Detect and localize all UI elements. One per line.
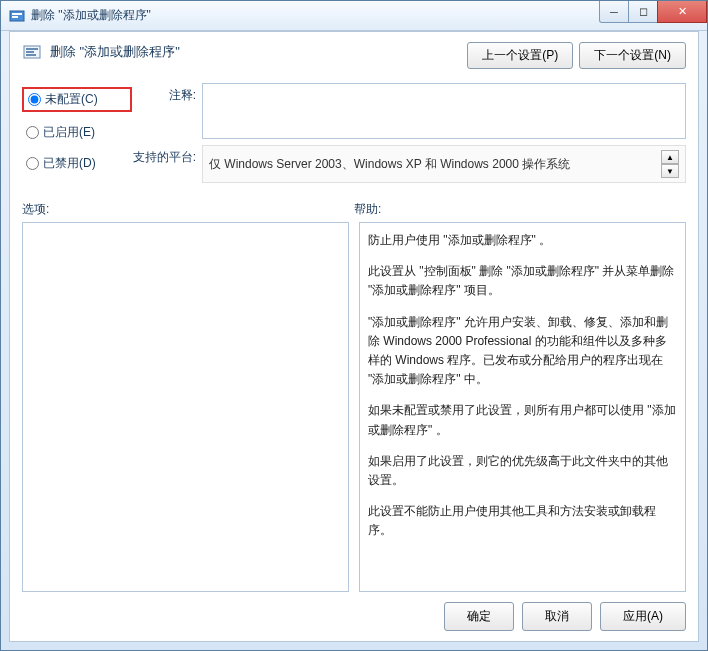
help-label: 帮助: <box>354 201 381 218</box>
next-setting-button[interactable]: 下一个设置(N) <box>579 42 686 69</box>
nav-buttons: 上一个设置(P) 下一个设置(N) <box>467 42 686 69</box>
ok-button[interactable]: 确定 <box>444 602 514 631</box>
maximize-button[interactable]: ◻ <box>628 1 658 23</box>
platform-label: 支持的平台: <box>132 145 202 166</box>
dialog-window: 删除 "添加或删除程序" ─ ◻ ✕ 删除 "添加或删除程序" 上一个设置(P)… <box>0 0 708 651</box>
window-controls: ─ ◻ ✕ <box>600 1 707 30</box>
help-panel: 防止用户使用 "添加或删除程序" 。 此设置从 "控制面板" 删除 "添加或删除… <box>359 222 686 592</box>
svg-rect-6 <box>26 54 36 56</box>
radio-enabled-input[interactable] <box>26 126 39 139</box>
comment-field: 注释: <box>132 83 686 139</box>
svg-rect-5 <box>26 51 34 53</box>
titlebar: 删除 "添加或删除程序" ─ ◻ ✕ <box>1 1 707 31</box>
svg-rect-2 <box>12 16 18 18</box>
help-paragraph: 防止用户使用 "添加或删除程序" 。 <box>368 231 677 250</box>
help-paragraph: 此设置从 "控制面板" 删除 "添加或删除程序" 并从菜单删除 "添加或删除程序… <box>368 262 677 300</box>
options-panel <box>22 222 349 592</box>
close-button[interactable]: ✕ <box>657 1 707 23</box>
section-labels: 选项: 帮助: <box>22 201 686 218</box>
platform-down-button[interactable]: ▼ <box>661 164 679 178</box>
platform-box: 仅 Windows Server 2003、Windows XP 和 Windo… <box>202 145 686 183</box>
page-title: 删除 "添加或删除程序" <box>50 43 180 61</box>
window-title: 删除 "添加或删除程序" <box>31 7 600 24</box>
dialog-content: 删除 "添加或删除程序" 上一个设置(P) 下一个设置(N) 未配置(C) 已启… <box>9 31 699 642</box>
radio-disabled-input[interactable] <box>26 157 39 170</box>
radio-not-configured[interactable]: 未配置(C) <box>22 87 132 112</box>
policy-icon <box>22 42 42 62</box>
cancel-button[interactable]: 取消 <box>522 602 592 631</box>
radio-disabled-label: 已禁用(D) <box>43 155 96 172</box>
fields: 注释: 支持的平台: 仅 Windows Server 2003、Windows… <box>132 83 686 183</box>
help-paragraph: 此设置不能防止用户使用其他工具和方法安装或卸载程序。 <box>368 502 677 540</box>
help-paragraph: 如果未配置或禁用了此设置，则所有用户都可以使用 "添加或删除程序" 。 <box>368 401 677 439</box>
comment-input[interactable] <box>202 83 686 139</box>
radio-enabled[interactable]: 已启用(E) <box>22 122 132 143</box>
platform-text: 仅 Windows Server 2003、Windows XP 和 Windo… <box>209 156 661 173</box>
radio-enabled-label: 已启用(E) <box>43 124 95 141</box>
previous-setting-button[interactable]: 上一个设置(P) <box>467 42 573 69</box>
help-paragraph: "添加或删除程序" 允许用户安装、卸载、修复、添加和删除 Windows 200… <box>368 313 677 390</box>
header-left: 删除 "添加或删除程序" <box>22 42 467 62</box>
config-row: 未配置(C) 已启用(E) 已禁用(D) 注释: 支持的平台: <box>22 83 686 183</box>
panels-row: 防止用户使用 "添加或删除程序" 。 此设置从 "控制面板" 删除 "添加或删除… <box>22 222 686 592</box>
help-paragraph: 如果启用了此设置，则它的优先级高于此文件夹中的其他设置。 <box>368 452 677 490</box>
radio-disabled[interactable]: 已禁用(D) <box>22 153 132 174</box>
app-icon <box>9 8 25 24</box>
comment-label: 注释: <box>132 83 202 104</box>
platform-up-button[interactable]: ▲ <box>661 150 679 164</box>
radio-not-configured-input[interactable] <box>28 93 41 106</box>
svg-rect-1 <box>12 13 22 15</box>
platform-updown: ▲ ▼ <box>661 150 679 178</box>
apply-button[interactable]: 应用(A) <box>600 602 686 631</box>
radio-not-configured-label: 未配置(C) <box>45 91 98 108</box>
platform-field: 支持的平台: 仅 Windows Server 2003、Windows XP … <box>132 145 686 183</box>
options-label: 选项: <box>22 201 354 218</box>
header-row: 删除 "添加或删除程序" 上一个设置(P) 下一个设置(N) <box>22 42 686 69</box>
svg-rect-4 <box>26 48 38 50</box>
minimize-button[interactable]: ─ <box>599 1 629 23</box>
state-radios: 未配置(C) 已启用(E) 已禁用(D) <box>22 83 132 183</box>
footer-buttons: 确定 取消 应用(A) <box>22 602 686 631</box>
